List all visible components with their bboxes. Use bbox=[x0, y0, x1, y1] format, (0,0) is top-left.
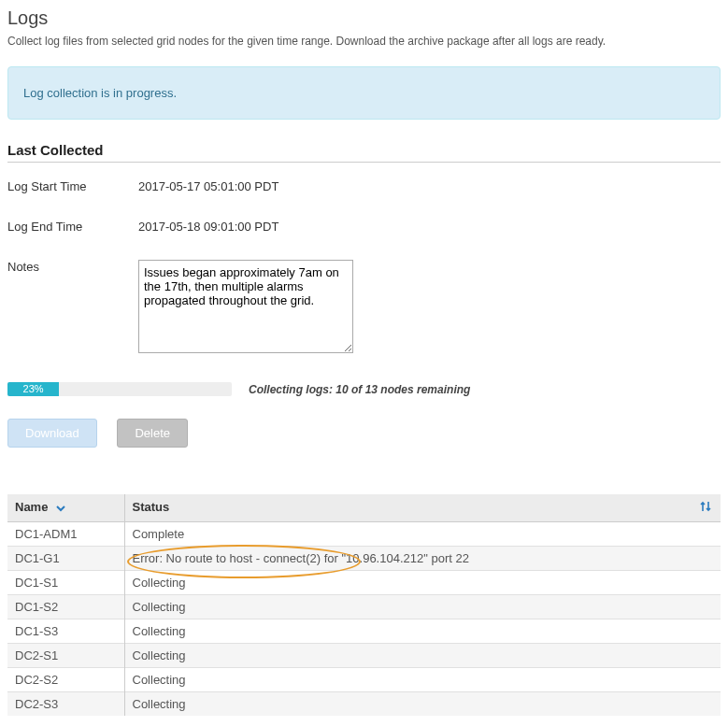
banner-message: Log collection is in progress. bbox=[23, 86, 177, 100]
last-collected-heading: Last Collected bbox=[7, 142, 721, 163]
node-name-cell: DC1-S1 bbox=[7, 571, 124, 595]
page-subtitle: Collect log files from selected grid nod… bbox=[7, 35, 721, 48]
table-row: DC2-S3Collecting bbox=[7, 692, 721, 717]
table-row: DC1-ADM1Complete bbox=[7, 522, 721, 547]
node-name-cell: DC2-S3 bbox=[7, 692, 124, 717]
delete-button[interactable]: Delete bbox=[117, 419, 188, 448]
node-status-cell: Collecting bbox=[124, 668, 721, 692]
node-status-cell: Collecting bbox=[124, 692, 721, 717]
notes-textarea[interactable] bbox=[138, 260, 353, 353]
table-row: DC1-S3Collecting bbox=[7, 619, 721, 644]
log-end-value: 2017-05-18 09:01:00 PDT bbox=[138, 220, 278, 234]
page-title: Logs bbox=[7, 7, 721, 29]
nodes-table: Name Status DC1-ADM1CompleteDC1-G1Error:… bbox=[7, 494, 721, 716]
sort-icon bbox=[700, 500, 711, 516]
button-row: Download Delete bbox=[7, 419, 721, 448]
node-name-cell: DC1-ADM1 bbox=[7, 522, 124, 547]
column-header-name[interactable]: Name bbox=[7, 494, 124, 522]
table-row: DC2-S2Collecting bbox=[7, 668, 721, 692]
node-status-cell: Collecting bbox=[124, 571, 721, 595]
download-button[interactable]: Download bbox=[7, 419, 97, 448]
node-name-cell: DC1-S2 bbox=[7, 595, 124, 619]
progress-bar: 23% bbox=[7, 382, 232, 396]
table-row: DC1-S2Collecting bbox=[7, 595, 721, 619]
node-name-cell: DC2-S2 bbox=[7, 668, 124, 692]
log-start-label: Log Start Time bbox=[7, 179, 138, 193]
column-header-status-label: Status bbox=[133, 500, 170, 514]
log-start-value: 2017-05-17 05:01:00 PDT bbox=[138, 179, 278, 193]
node-name-cell: DC1-S3 bbox=[7, 619, 124, 644]
progress-status-text: Collecting logs: 10 of 13 nodes remainin… bbox=[249, 383, 470, 396]
node-name-cell: DC2-S1 bbox=[7, 644, 124, 668]
node-name-cell: DC1-G1 bbox=[7, 547, 124, 571]
table-row: DC1-S1Collecting bbox=[7, 571, 721, 595]
log-end-label: Log End Time bbox=[7, 220, 138, 234]
info-banner: Log collection is in progress. bbox=[7, 66, 721, 120]
node-status-cell: Error: No route to host - connect(2) for… bbox=[124, 547, 721, 571]
notes-label: Notes bbox=[7, 260, 138, 356]
nodes-table-body: DC1-ADM1CompleteDC1-G1Error: No route to… bbox=[7, 522, 721, 717]
notes-row: Notes bbox=[7, 260, 721, 356]
log-start-row: Log Start Time 2017-05-17 05:01:00 PDT bbox=[7, 179, 721, 193]
table-row: DC1-G1Error: No route to host - connect(… bbox=[7, 547, 721, 571]
column-header-status[interactable]: Status bbox=[124, 494, 721, 522]
column-header-name-label: Name bbox=[15, 500, 48, 514]
log-end-row: Log End Time 2017-05-18 09:01:00 PDT bbox=[7, 220, 721, 234]
table-row: DC2-S1Collecting bbox=[7, 644, 721, 668]
progress-fill: 23% bbox=[7, 382, 59, 396]
progress-row: 23% Collecting logs: 10 of 13 nodes rema… bbox=[7, 382, 721, 396]
node-status-cell: Collecting bbox=[124, 644, 721, 668]
chevron-down-icon bbox=[55, 502, 66, 516]
node-status-cell: Complete bbox=[124, 522, 721, 547]
node-status-cell: Collecting bbox=[124, 619, 721, 644]
node-status-cell: Collecting bbox=[124, 595, 721, 619]
